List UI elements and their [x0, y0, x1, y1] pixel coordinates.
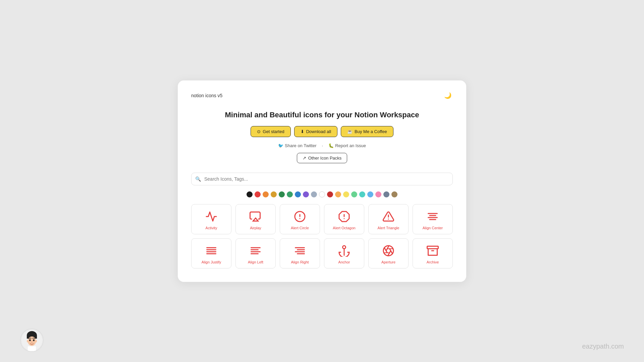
- color-dot-purple[interactable]: [303, 191, 309, 197]
- bug-icon: 🐛: [328, 143, 334, 148]
- svg-point-3: [300, 218, 301, 219]
- coffee-icon: ☕: [347, 129, 353, 134]
- share-icon: ↗: [303, 156, 306, 161]
- buy-coffee-label: Buy Me a Coffee: [355, 129, 387, 134]
- share-twitter-label: Share on Twitter: [285, 143, 316, 148]
- search-input[interactable]: [191, 173, 453, 185]
- cta-buttons: ⊙ Get started ⬇ Download all ☕ Buy Me a …: [191, 126, 453, 137]
- svg-point-43: [33, 339, 35, 341]
- icon-card-anchor[interactable]: Anchor: [324, 238, 364, 268]
- icon-card-align-center[interactable]: Align Center: [413, 204, 453, 234]
- activity-icon: [205, 210, 217, 223]
- get-started-button[interactable]: ⊙ Get started: [251, 126, 290, 137]
- color-dot-white[interactable]: [319, 191, 325, 197]
- color-dot-pink[interactable]: [375, 191, 381, 197]
- align-left-icon: [250, 245, 262, 257]
- svg-point-42: [29, 339, 31, 341]
- color-dot-teal[interactable]: [359, 191, 365, 197]
- icon-card-airplay[interactable]: Airplay: [235, 204, 276, 234]
- social-links: 🐦 Share on Twitter · 🐛 Report an Issue: [191, 143, 453, 148]
- icon-label-alert-octagon: Alert Octagon: [333, 226, 355, 230]
- svg-point-8: [388, 219, 389, 220]
- hero-title: Minimal and Beautiful icons for your Not…: [191, 111, 453, 119]
- other-packs-label: Other Icon Packs: [308, 156, 342, 161]
- icon-card-alert-octagon[interactable]: Alert Octagon: [324, 204, 364, 234]
- color-dot-light-green[interactable]: [351, 191, 357, 197]
- icon-label-archive: Archive: [427, 260, 439, 264]
- align-justify-icon: [205, 245, 217, 257]
- color-palette: [191, 191, 453, 197]
- search-icon: 🔍: [195, 176, 201, 182]
- main-card: notion icons v5 🌙 Minimal and Beautiful …: [178, 80, 466, 282]
- color-dot-dark-red[interactable]: [327, 191, 333, 197]
- icon-label-align-left: Align Left: [248, 260, 263, 264]
- color-dot-dark-green[interactable]: [279, 191, 285, 197]
- airplay-icon: [250, 210, 262, 223]
- avatar-container: [20, 328, 44, 352]
- svg-rect-34: [427, 246, 438, 249]
- color-dot-gray[interactable]: [311, 191, 317, 197]
- alert-octagon-icon: [338, 210, 350, 223]
- get-started-label: Get started: [263, 129, 284, 134]
- aperture-icon: [382, 245, 394, 257]
- icon-label-airplay: Airplay: [250, 226, 261, 230]
- color-dot-brown[interactable]: [391, 191, 397, 197]
- svg-point-6: [344, 218, 345, 219]
- icon-card-archive[interactable]: Archive: [413, 238, 453, 268]
- color-dot-orange[interactable]: [263, 191, 269, 197]
- color-dot-light-blue[interactable]: [367, 191, 373, 197]
- icon-label-anchor: Anchor: [338, 260, 350, 264]
- search-section: 🔍: [191, 173, 453, 185]
- svg-point-44: [31, 342, 33, 343]
- icon-card-align-justify[interactable]: Align Justify: [191, 238, 231, 268]
- anchor-icon: [338, 245, 350, 257]
- report-issue-link[interactable]: 🐛 Report an Issue: [328, 143, 366, 148]
- icon-label-align-justify: Align Justify: [202, 260, 221, 264]
- align-right-icon: [294, 245, 306, 257]
- buy-coffee-button[interactable]: ☕ Buy Me a Coffee: [341, 126, 393, 137]
- icon-card-aperture[interactable]: Aperture: [368, 238, 409, 268]
- color-dot-yellow[interactable]: [271, 191, 277, 197]
- download-icon: ⬇: [301, 129, 304, 134]
- other-packs-button[interactable]: ↗ Other Icon Packs: [297, 153, 347, 163]
- color-dot-light-orange[interactable]: [335, 191, 341, 197]
- download-all-label: Download all: [306, 129, 331, 134]
- app-title: notion icons v5: [191, 93, 222, 98]
- icon-label-align-center: Align Center: [423, 226, 443, 230]
- color-dot-red[interactable]: [255, 191, 261, 197]
- report-issue-label: Report an Issue: [335, 143, 366, 148]
- archive-icon: [427, 245, 439, 257]
- svg-point-40: [27, 340, 29, 343]
- color-dot-black[interactable]: [247, 191, 253, 197]
- icon-label-aperture: Aperture: [381, 260, 395, 264]
- icon-card-align-right[interactable]: Align Right: [280, 238, 320, 268]
- icons-grid: ActivityAirplayAlert CircleAlert Octagon…: [191, 204, 453, 268]
- share-twitter-link[interactable]: 🐦 Share on Twitter: [278, 143, 316, 148]
- hero-section: Minimal and Beautiful icons for your Not…: [191, 111, 453, 165]
- twitter-icon: 🐦: [278, 143, 283, 148]
- dark-mode-button[interactable]: 🌙: [443, 90, 453, 101]
- color-dot-blue[interactable]: [295, 191, 301, 197]
- top-bar: notion icons v5 🌙: [191, 90, 453, 101]
- svg-point-41: [35, 340, 37, 343]
- color-dot-green[interactable]: [287, 191, 293, 197]
- search-wrapper: 🔍: [191, 173, 453, 185]
- download-all-button[interactable]: ⬇ Download all: [294, 126, 337, 137]
- alert-triangle-icon: [382, 210, 394, 223]
- icon-label-alert-circle: Alert Circle: [291, 226, 309, 230]
- icon-card-activity[interactable]: Activity: [191, 204, 231, 234]
- site-attribution: eazypath.com: [582, 343, 624, 350]
- icon-card-alert-triangle[interactable]: Alert Triangle: [368, 204, 409, 234]
- icon-label-alert-triangle: Alert Triangle: [378, 226, 399, 230]
- align-center-icon: [427, 210, 439, 223]
- avatar: [20, 328, 44, 352]
- color-dot-dark-gray[interactable]: [383, 191, 389, 197]
- svg-marker-0: [253, 218, 258, 221]
- icon-label-activity: Activity: [206, 226, 217, 230]
- icon-card-alert-circle[interactable]: Alert Circle: [280, 204, 320, 234]
- icon-card-align-left[interactable]: Align Left: [235, 238, 276, 268]
- svg-rect-45: [28, 346, 36, 351]
- color-dot-light-yellow[interactable]: [343, 191, 349, 197]
- alert-circle-icon: [294, 210, 306, 223]
- icon-label-align-right: Align Right: [291, 260, 309, 264]
